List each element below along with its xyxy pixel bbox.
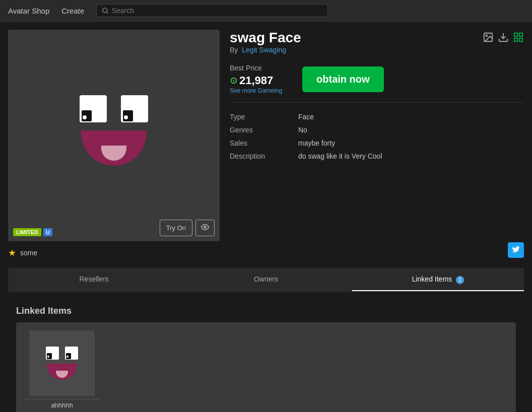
price-number: 21,987 xyxy=(239,74,273,87)
svg-rect-6 xyxy=(514,33,517,36)
tab-owners[interactable]: Owners xyxy=(180,269,352,291)
tab-resellers[interactable]: Resellers xyxy=(8,269,180,291)
item-header: swag Face By Legit Swaging xyxy=(230,30,524,61)
face-eye-right xyxy=(121,95,148,122)
image-icon[interactable] xyxy=(483,32,494,45)
details-table: Type Face Genres No Sales maybe forty De… xyxy=(230,113,524,160)
main-content: LIMITED U Try On swag Face By Le xyxy=(0,22,532,412)
type-value: Face xyxy=(298,113,524,121)
grid-icon[interactable] xyxy=(513,32,524,45)
item-creator: By Legit Swaging xyxy=(230,46,301,54)
star-icon: ★ xyxy=(8,247,16,258)
svg-point-0 xyxy=(103,8,107,13)
preview-buttons: Try On xyxy=(160,220,215,236)
description-label: Description xyxy=(230,152,290,160)
svg-point-2 xyxy=(204,226,206,228)
sales-label: Sales xyxy=(230,139,290,147)
face-mouth xyxy=(81,130,147,166)
tab-linked-items[interactable]: Linked Items 1 xyxy=(352,269,524,291)
avatar-shop-link[interactable]: Avatar Shop xyxy=(8,7,49,15)
linked-face-eyes xyxy=(46,347,78,360)
svg-rect-7 xyxy=(519,33,522,36)
search-icon xyxy=(102,7,108,14)
eye-icon xyxy=(201,223,209,231)
linked-items-count-badge: 1 xyxy=(456,276,464,284)
svg-point-4 xyxy=(486,35,487,36)
twitter-button[interactable] xyxy=(508,242,524,258)
type-label: Type xyxy=(230,113,290,121)
tabs-section: Resellers Owners Linked Items 1 xyxy=(8,268,524,292)
creator-link[interactable]: Legit Swaging xyxy=(242,46,286,54)
genres-value: No xyxy=(298,126,524,134)
price-block: Best Price ⊙ 21,987 See more Gameing xyxy=(230,64,282,94)
tabs-bar: Resellers Owners Linked Items 1 xyxy=(8,269,524,292)
header-icons xyxy=(483,32,524,45)
linked-items-title: Linked Items xyxy=(16,306,516,316)
face-preview xyxy=(80,95,148,166)
download-icon[interactable] xyxy=(498,32,509,45)
genres-label: Genres xyxy=(230,126,290,134)
price-value: ⊙ 21,987 xyxy=(230,74,282,87)
linked-items-section: Linked Items ahhhhh xyxy=(8,298,524,413)
item-info: swag Face By Legit Swaging xyxy=(230,30,524,168)
svg-rect-9 xyxy=(514,38,517,41)
face-eyes xyxy=(80,95,148,122)
price-section: Best Price ⊙ 21,987 See more Gameing obt… xyxy=(230,64,524,103)
limited-badge: LIMITED xyxy=(13,228,41,236)
u-badge: U xyxy=(43,228,52,236)
linked-face-mouth xyxy=(47,364,77,380)
face-eye-left xyxy=(80,95,107,122)
see-more-link[interactable]: See more Gameing xyxy=(230,87,282,94)
title-block: swag Face By Legit Swaging xyxy=(230,30,301,61)
price-label: Best Price xyxy=(230,64,282,72)
search-input[interactable] xyxy=(112,7,323,15)
linked-item-name: ahhhhh xyxy=(51,401,73,409)
linked-eye-right xyxy=(65,347,78,360)
robux-icon: ⊙ xyxy=(230,75,237,86)
linked-item-image xyxy=(29,330,95,396)
linked-item-card[interactable]: ahhhhh xyxy=(24,330,100,409)
item-section: LIMITED U Try On swag Face By Le xyxy=(8,30,524,241)
eye-toggle-button[interactable] xyxy=(195,220,215,236)
try-on-button[interactable]: Try On xyxy=(160,220,192,236)
tab-linked-items-label: Linked Items xyxy=(412,275,452,283)
top-navigation: Avatar Shop Create xyxy=(0,0,532,22)
linked-item-divider xyxy=(24,399,100,399)
description-value: do swag like it is Very Cool xyxy=(298,152,524,160)
sales-value: maybe forty xyxy=(298,139,524,147)
stars-label: some xyxy=(20,249,37,257)
svg-line-1 xyxy=(107,12,108,13)
obtain-now-button[interactable]: obtain now xyxy=(302,66,384,92)
preview-box: LIMITED U Try On xyxy=(8,30,220,241)
creator-prefix: By xyxy=(230,46,238,54)
search-bar xyxy=(96,4,328,17)
linked-eye-left xyxy=(46,347,59,360)
twitter-icon xyxy=(512,245,520,253)
linked-items-grid: ahhhhh xyxy=(16,322,516,413)
social-section: ★ some xyxy=(8,247,524,258)
create-link[interactable]: Create xyxy=(61,7,84,15)
preview-badges: LIMITED U xyxy=(13,228,52,236)
svg-rect-8 xyxy=(519,38,522,41)
item-title: swag Face xyxy=(230,30,301,46)
